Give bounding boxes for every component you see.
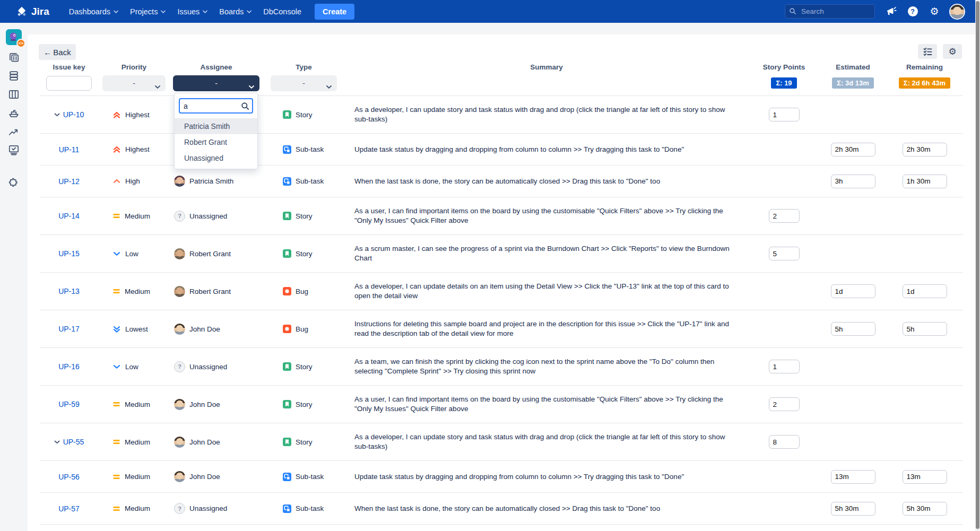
remaining-input[interactable] [903,284,947,298]
column-config-list-button[interactable] [918,44,937,59]
summary-text: As a scrum master, I can see the progres… [345,244,748,263]
priority-label: High [125,177,140,185]
issue-key-link[interactable]: UP-17 [58,325,80,333]
story-points-input[interactable] [769,209,800,223]
priority-label: Highest [125,111,150,119]
nav-menu-boards[interactable]: Boards [213,0,257,23]
user-avatar[interactable] [950,5,964,19]
issue-key-link[interactable]: UP-10 [63,110,84,119]
issue-key-link[interactable]: UP-16 [58,362,80,371]
nav-menu-dbconsole[interactable]: DbConsole [257,0,307,23]
priority-label: Medium [125,504,150,512]
col-priority: Priority [98,63,170,71]
issue-key-link[interactable]: UP-56 [58,473,80,481]
assignee-cell: ?Unassigned [170,361,263,372]
code-badge-icon: <> [16,39,25,48]
issue-key-link[interactable]: UP-15 [58,249,80,258]
scrollbar-thumb[interactable] [976,1,979,529]
chevron-down-icon [326,82,332,90]
subtask-icon [283,177,291,186]
issue-key-link[interactable]: UP-12 [58,177,80,186]
remaining-input[interactable] [903,322,947,336]
priority-low-icon [113,251,120,256]
issue-key-link[interactable]: UP-57 [58,504,80,513]
sidebar-item-board-columns-icon[interactable] [7,88,20,101]
issue-key-filter-input[interactable] [46,76,92,91]
summary-text: As a developer, I can update story and t… [345,432,748,451]
issue-key-link[interactable]: UP-14 [58,212,80,220]
story-points-input[interactable] [769,397,800,411]
expand-chevron-icon[interactable] [54,440,60,444]
estimated-input[interactable] [831,322,875,336]
remaining-input[interactable] [903,175,947,188]
story-points-input[interactable] [769,435,800,449]
search-input[interactable] [785,4,875,19]
issue-key-link[interactable]: UP-59 [58,400,80,408]
sidebar-item-reports-chart-icon[interactable] [7,125,20,138]
remaining-input[interactable] [903,470,947,484]
dropdown-option[interactable]: Unassigned [175,150,257,166]
estimated-input[interactable] [831,470,875,484]
settings-gear-icon[interactable]: ⚙ [929,6,940,18]
estimated-input[interactable] [831,284,875,298]
project-sidebar: <> [0,23,28,531]
assignee-cell: Patricia Smith [170,176,263,187]
unassigned-avatar-icon: ? [174,503,185,514]
sidebar-item-issues-monitor-check-icon[interactable] [7,144,20,156]
chevron-down-icon [203,10,207,13]
priority-cell: Lowest [98,325,170,333]
story_points-cell [748,397,820,411]
jira-logo[interactable]: Jira [16,6,49,18]
type-cell: Story [263,249,345,258]
estimated-input[interactable] [831,502,875,516]
brand-text: Jira [31,6,49,18]
expand-chevron-icon[interactable] [54,113,60,117]
unassigned-avatar-icon: ? [174,211,185,222]
type-label: Story [296,212,313,220]
table-row-up-14: UP-14Medium?UnassignedStoryAs a user, I … [40,197,963,235]
issue-key-cell: UP-14 [40,212,98,220]
sidebar-item-backlog-stack-icon[interactable] [7,69,20,82]
estimated-input[interactable] [831,143,875,156]
dropdown-option[interactable]: Robert Grant [175,134,257,150]
project-avatar[interactable]: <> [6,29,22,45]
remaining-input[interactable] [903,502,947,516]
type-cell: Story [263,212,345,220]
story-icon [283,362,291,371]
nav-menu-issues[interactable]: Issues [171,0,213,23]
table-row-up-59: UP-59MediumJohn DoeStoryAs a user, I can… [40,386,963,423]
story-points-input[interactable] [769,360,800,373]
assignee-filter-select[interactable]: - [173,75,259,91]
nav-menu-projects[interactable]: Projects [124,0,171,23]
table-row-up-57: UP-57Medium?UnassignedSub-taskWhen the l… [40,493,963,525]
remaining-input[interactable] [903,143,947,156]
table-row-up-16: UP-16Low?UnassignedStoryAs a team, we ca… [40,348,963,386]
assignee-cell: John Doe [170,399,263,410]
priority-filter-select[interactable]: - [102,75,166,91]
estimated-cell [820,143,886,156]
story-points-input[interactable] [769,247,800,260]
story-icon [283,400,291,408]
issue-key-link[interactable]: UP-55 [63,438,84,446]
help-icon[interactable]: ? [907,6,918,18]
issue-key-link[interactable]: UP-11 [59,145,80,154]
type-label: Sub-task [296,177,324,185]
assignee-cell: ?Unassigned [170,503,263,514]
estimated-input[interactable] [831,175,875,188]
priority-cell: Medium [98,473,170,481]
announcements-megaphone-icon[interactable] [885,6,897,18]
type-filter-select[interactable]: - [271,75,337,91]
back-button[interactable]: ←Back [39,44,76,60]
issue-key-link[interactable]: UP-13 [58,287,80,295]
dropdown-option[interactable]: Patricia Smith [175,118,257,134]
sidebar-item-releases-ship-icon[interactable] [7,107,20,119]
chevron-down-icon [155,82,160,90]
sidebar-item-boards-copy-icon[interactable] [7,51,20,64]
issue-key-cell: UP-17 [40,325,98,333]
table-settings-button[interactable]: ⚙ [943,44,962,59]
type-cell: Story [263,400,345,408]
create-button[interactable]: Create [315,4,354,20]
story-points-input[interactable] [769,108,800,121]
sidebar-item-addons-puzzle-icon[interactable] [7,177,20,189]
nav-menu-dashboards[interactable]: Dashboards [63,0,124,23]
